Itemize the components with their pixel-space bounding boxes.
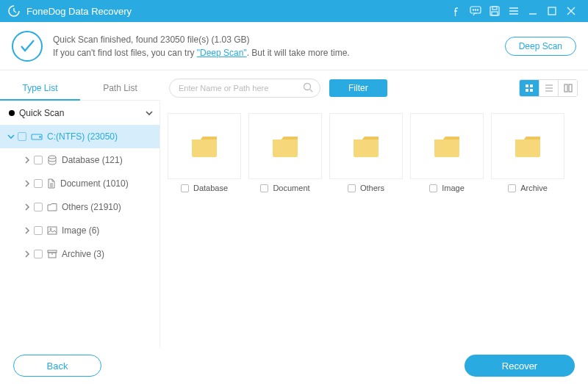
save-icon[interactable] bbox=[485, 0, 504, 22]
view-list-icon[interactable] bbox=[539, 80, 558, 96]
folder-item-archive[interactable]: Archive bbox=[491, 113, 564, 204]
svg-rect-6 bbox=[492, 12, 498, 15]
checkbox[interactable] bbox=[34, 250, 43, 258]
svg-rect-13 bbox=[564, 84, 567, 92]
folder-item-database[interactable]: Database bbox=[168, 113, 241, 204]
titlebar: FoneDog Data Recovery bbox=[0, 0, 588, 22]
svg-rect-12 bbox=[530, 89, 533, 92]
svg-rect-11 bbox=[526, 89, 528, 92]
filter-button[interactable]: Filter bbox=[329, 79, 387, 97]
folder-label: Archive bbox=[520, 184, 548, 192]
view-grid-icon[interactable] bbox=[520, 80, 539, 96]
sidebar-tree: Quick Scan C:(NTFS) (23050) Database (12… bbox=[0, 101, 160, 347]
tree-cat-label: Image (6) bbox=[62, 225, 99, 236]
status-line2-a: If you can't find lost files, you can tr… bbox=[53, 48, 197, 58]
facebook-icon[interactable] bbox=[447, 0, 466, 22]
chevron-down-icon[interactable] bbox=[4, 133, 18, 140]
folder-label: Others bbox=[360, 184, 384, 192]
tree-drive-label: C:(NTFS) (23050) bbox=[47, 131, 118, 142]
folder-item-image[interactable]: Image bbox=[410, 113, 484, 204]
checkbox[interactable] bbox=[34, 203, 43, 211]
tree-cat-others[interactable]: Others (21910) bbox=[0, 195, 159, 219]
status-row: Quick Scan finished, found 23050 file(s)… bbox=[0, 22, 588, 70]
checkbox[interactable] bbox=[34, 156, 43, 164]
svg-point-8 bbox=[304, 84, 311, 90]
tree-root-label: Quick Scan bbox=[19, 108, 64, 118]
chevron-down-icon[interactable] bbox=[145, 109, 154, 117]
feedback-icon[interactable] bbox=[466, 0, 485, 22]
svg-point-17 bbox=[49, 156, 56, 159]
tree-cat-label: Database (121) bbox=[62, 155, 123, 165]
tree-cat-document[interactable]: Document (1010) bbox=[0, 172, 159, 195]
view-toggle bbox=[519, 79, 578, 97]
svg-rect-7 bbox=[548, 7, 556, 15]
checkbox[interactable] bbox=[260, 184, 268, 192]
search-icon[interactable] bbox=[303, 82, 313, 93]
view-detail-icon[interactable] bbox=[558, 80, 577, 96]
svg-point-2 bbox=[475, 10, 476, 10]
checkbox[interactable] bbox=[508, 184, 516, 192]
status-line2-b: . But it will take more time. bbox=[247, 48, 350, 58]
svg-rect-10 bbox=[530, 84, 533, 87]
main-area: Quick Scan C:(NTFS) (23050) Database (12… bbox=[0, 101, 588, 347]
chevron-right-icon[interactable] bbox=[21, 227, 34, 234]
drive-icon bbox=[31, 132, 43, 141]
folder-icon bbox=[47, 203, 57, 211]
footer: Back Recover bbox=[0, 347, 588, 384]
bullet-icon bbox=[9, 110, 15, 116]
folder-label: Image bbox=[442, 184, 465, 192]
folder-label: Document bbox=[273, 184, 309, 192]
tab-path-list[interactable]: Path List bbox=[80, 76, 160, 101]
deep-scan-link[interactable]: "Deep Scan" bbox=[197, 48, 247, 58]
minimize-icon[interactable] bbox=[523, 0, 542, 22]
folder-large-icon bbox=[248, 113, 322, 179]
document-icon bbox=[47, 178, 56, 189]
search-input[interactable] bbox=[169, 79, 320, 98]
database-icon bbox=[47, 155, 57, 165]
content-grid: Database Document Others Image Archive bbox=[160, 101, 588, 347]
tree-cat-archive[interactable]: Archive (3) bbox=[0, 242, 159, 266]
checkbox[interactable] bbox=[34, 179, 43, 188]
svg-point-16 bbox=[40, 137, 41, 138]
search-wrap bbox=[169, 79, 320, 98]
status-size: 1.03 GB bbox=[214, 35, 246, 45]
svg-rect-5 bbox=[492, 7, 497, 10]
tree-cat-label: Others (21910) bbox=[62, 202, 121, 212]
check-circle-icon bbox=[12, 31, 43, 62]
folder-item-others[interactable]: Others bbox=[329, 113, 403, 204]
tree-cat-image[interactable]: Image (6) bbox=[0, 219, 159, 242]
app-logo-icon bbox=[7, 4, 21, 18]
checkbox[interactable] bbox=[181, 184, 189, 192]
checkbox[interactable] bbox=[429, 184, 437, 192]
tree-cat-database[interactable]: Database (121) bbox=[0, 148, 159, 172]
close-icon[interactable] bbox=[562, 0, 581, 22]
chevron-right-icon[interactable] bbox=[21, 156, 34, 164]
tree-drive-c[interactable]: C:(NTFS) (23050) bbox=[0, 125, 159, 148]
tab-type-list[interactable]: Type List bbox=[0, 76, 80, 101]
folder-label: Database bbox=[193, 184, 228, 192]
status-line1-a: Quick Scan finished, found bbox=[53, 35, 160, 45]
menu-icon[interactable] bbox=[504, 0, 523, 22]
folder-large-icon bbox=[168, 113, 241, 179]
chevron-right-icon[interactable] bbox=[21, 250, 34, 258]
checkbox[interactable] bbox=[34, 226, 43, 235]
chevron-right-icon[interactable] bbox=[21, 203, 34, 211]
chevron-right-icon[interactable] bbox=[21, 180, 34, 187]
svg-point-19 bbox=[50, 228, 51, 230]
deep-scan-button[interactable]: Deep Scan bbox=[505, 37, 576, 56]
folder-large-icon bbox=[329, 113, 403, 179]
status-file-count: 23050 bbox=[160, 35, 184, 45]
tree-root-quick-scan[interactable]: Quick Scan bbox=[0, 101, 159, 125]
maximize-icon[interactable] bbox=[542, 0, 562, 22]
recover-button[interactable]: Recover bbox=[465, 355, 575, 377]
back-button[interactable]: Back bbox=[13, 355, 101, 377]
status-line1-c: ) bbox=[247, 35, 250, 45]
image-icon bbox=[47, 226, 57, 235]
checkbox[interactable] bbox=[348, 184, 356, 192]
toolbar-row: Type List Path List Filter bbox=[0, 70, 588, 101]
checkbox[interactable] bbox=[18, 132, 26, 141]
archive-icon bbox=[47, 250, 57, 258]
tree-cat-label: Archive (3) bbox=[62, 249, 104, 259]
app-title: FoneDog Data Recovery bbox=[26, 6, 132, 17]
folder-item-document[interactable]: Document bbox=[248, 113, 322, 204]
